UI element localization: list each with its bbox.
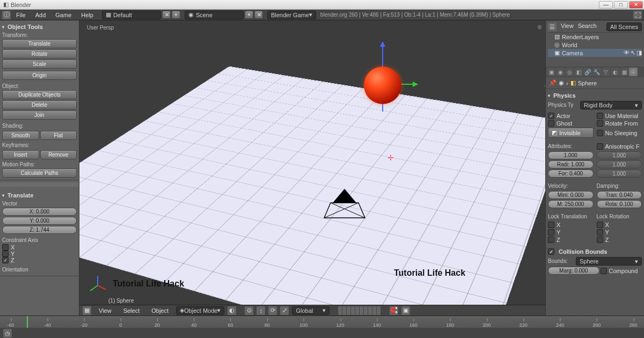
pin-icon[interactable]: 📌 [549, 79, 557, 86]
orientation-select[interactable]: Global▾ [292, 306, 330, 315]
close-button[interactable]: ✕ [629, 1, 643, 9]
viewport-menu-object[interactable]: Object [147, 306, 173, 315]
prop-tab-texture[interactable]: ▦ [620, 68, 628, 76]
lock-rot-x[interactable]: X [597, 222, 642, 228]
collision-margin-field[interactable]: Marg: 0.000 [548, 267, 599, 275]
outliner-item-renderlayers[interactable]: ▧RenderLayers [548, 33, 642, 41]
rotate-button[interactable]: Rotate [2, 49, 77, 58]
back-to-previous-icon[interactable]: ⛶ [633, 11, 642, 19]
maximize-button[interactable]: □ [614, 1, 628, 9]
timeline-editor-icon[interactable]: ◷ [3, 329, 12, 337]
vector-y-field[interactable]: Y: 0.000 [2, 217, 77, 225]
join-button[interactable]: Join [2, 111, 77, 120]
prop-tab-scene[interactable]: ◉ [556, 68, 565, 76]
layout-prev-button[interactable]: ✕ [162, 11, 171, 19]
prop-tab-modifiers[interactable]: 🔧 [592, 68, 601, 76]
lock-trans-y[interactable]: Y [548, 229, 594, 236]
insert-keyframe-button[interactable]: Insert [2, 150, 39, 159]
constraint-x-checkbox[interactable]: X [2, 244, 77, 251]
outliner-item-world[interactable]: ◎World [548, 41, 642, 49]
outliner-menu-search[interactable]: Search [578, 23, 597, 31]
viewport-menu-select[interactable]: Select [119, 306, 144, 315]
attr-mass-field[interactable]: 1.000 [548, 151, 594, 159]
constraint-y-checkbox[interactable]: Y [2, 251, 77, 257]
scene-del-button[interactable]: ✕ [254, 11, 263, 19]
layers-grid-icon[interactable] [338, 306, 381, 315]
lock-rot-y[interactable]: Y [597, 229, 642, 236]
origin-button[interactable]: Origin [2, 71, 77, 80]
viewport-editor-icon[interactable]: ▦ [83, 306, 91, 315]
panel-drag-handle[interactable] [0, 182, 79, 187]
scale-button[interactable]: Scale [2, 60, 77, 69]
constraint-z-checkbox[interactable]: Z [2, 257, 77, 263]
translate-panel-header[interactable]: Translate [2, 191, 77, 200]
layout-add-button[interactable]: + [172, 11, 180, 19]
eye-icon[interactable]: 👁 [624, 49, 630, 56]
vector-x-field[interactable]: X: 0.000 [2, 208, 77, 216]
viewport-options-icon[interactable]: ⊕ [537, 24, 542, 31]
calculate-paths-button[interactable]: Calculate Paths [2, 168, 77, 178]
damping-rot-field[interactable]: Rota: 0.100 [597, 200, 642, 208]
scene-select[interactable]: ◉ Scene [185, 11, 244, 19]
velocity-max-field[interactable]: M: 250.000 [548, 200, 594, 208]
menu-file[interactable]: File [12, 11, 30, 19]
ghost-checkbox[interactable]: Ghost [548, 120, 594, 127]
velocity-min-field[interactable]: Mini: 0.000 [548, 191, 594, 199]
aniso-z-field[interactable]: 1.000 [597, 170, 642, 178]
prop-tab-object[interactable]: ◧ [574, 68, 583, 76]
bounds-select[interactable]: Sphere▾ [576, 257, 642, 266]
smooth-button[interactable]: Smooth [2, 131, 39, 140]
menu-game[interactable]: Game [51, 11, 76, 19]
delete-button[interactable]: Delete [2, 100, 77, 109]
vector-z-field[interactable]: Z: 1.744 [2, 226, 77, 234]
object-tools-header[interactable]: Object Tools [2, 23, 77, 31]
outliner-menu-view[interactable]: View [561, 23, 574, 31]
lock-rot-z[interactable]: Z [597, 237, 642, 243]
menu-help[interactable]: Help [77, 11, 98, 19]
prop-tab-constraints[interactable]: 🔗 [583, 68, 592, 76]
prop-tab-material[interactable]: ◐ [611, 68, 619, 76]
lock-trans-z[interactable]: Z [548, 237, 594, 243]
damping-trans-field[interactable]: Tran: 0.040 [597, 191, 642, 199]
viewport-menu-view[interactable]: View [94, 306, 116, 315]
3d-viewport[interactable]: User Persp ⊕ ✛ ✶ Tutorial Life Hack Tuto… [79, 20, 545, 315]
editor-type-icon[interactable]: ⓘ [2, 11, 11, 19]
translate-button[interactable]: Translate [2, 39, 77, 48]
playhead[interactable] [27, 316, 28, 328]
aniso-x-field[interactable]: 1.000 [597, 151, 642, 159]
rotate-from-checkbox[interactable]: Rotate From [597, 120, 642, 127]
aniso-y-field[interactable]: 1.000 [597, 160, 642, 168]
render-icon[interactable]: ◨ [636, 49, 642, 56]
invisible-toggle[interactable]: ◩Invisible [548, 128, 594, 138]
screen-layout-select[interactable]: ▦ Default [102, 11, 161, 19]
render-engine-select[interactable]: Blender Game▾ [267, 11, 316, 19]
duplicate-button[interactable]: Duplicate Objects [2, 90, 77, 99]
physics-header[interactable]: Physics [548, 91, 642, 100]
remove-keyframe-button[interactable]: Remove [40, 150, 77, 159]
render-preview-icon[interactable]: ▣ [401, 306, 410, 315]
outliner-filter-select[interactable]: All Scenes [606, 23, 642, 31]
snap-icon[interactable]: 🧲 [390, 306, 398, 315]
manipulator-scale-icon[interactable]: ⤢ [280, 306, 289, 315]
no-sleeping-checkbox[interactable]: No Sleeping [597, 128, 642, 138]
minimize-button[interactable]: — [599, 1, 613, 9]
prop-tab-world[interactable]: ◎ [565, 68, 574, 76]
sphere-object[interactable] [364, 67, 401, 104]
viewport-shading-icon[interactable]: ◐ [228, 306, 236, 315]
compound-checkbox[interactable]: Compound [601, 267, 642, 275]
outliner-item-camera[interactable]: ▣Camera👁↖◨ [548, 49, 642, 57]
lock-trans-x[interactable]: X [548, 222, 594, 228]
flat-button[interactable]: Flat [40, 131, 77, 140]
actor-checkbox[interactable]: Actor [548, 113, 594, 119]
manipulator-translate-icon[interactable]: ↕ [257, 306, 265, 315]
collision-bounds-header[interactable]: Collision Bounds [548, 247, 642, 256]
prop-tab-data[interactable]: ▽ [602, 68, 610, 76]
camera-object[interactable] [323, 187, 377, 230]
outliner-editor-icon[interactable]: ☰ [548, 23, 557, 31]
form-factor-field[interactable]: For: 0.400 [548, 170, 594, 178]
prop-tab-render[interactable]: ▣ [547, 68, 555, 76]
use-material-checkbox[interactable]: Use Material [597, 113, 642, 119]
radius-field[interactable]: Radi: 1.000 [548, 160, 594, 168]
physics-type-select[interactable]: Rigid Body▾ [580, 101, 642, 109]
anisotropic-checkbox[interactable]: Anisotropic F [597, 142, 642, 150]
